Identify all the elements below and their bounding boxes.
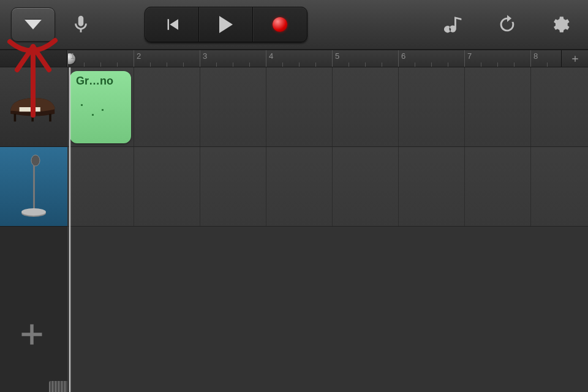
ruler-bar-number: 5 — [335, 51, 339, 61]
microphone-button[interactable] — [69, 12, 93, 37]
skip-back-icon — [163, 15, 181, 34]
record-icon — [273, 17, 287, 32]
ruler-bar: 7 — [464, 50, 465, 67]
track-lanes[interactable]: Gr…no — [67, 67, 588, 392]
instruments-button[interactable] — [442, 12, 467, 37]
ruler-body[interactable]: 12345678 — [67, 50, 561, 67]
tracks-area: Gr…no — [0, 67, 588, 392]
rewind-button[interactable] — [145, 7, 199, 42]
microphone-icon — [70, 14, 91, 35]
ruler-bar: 2 — [134, 50, 134, 67]
gear-icon — [549, 14, 570, 35]
svg-point-7 — [21, 208, 46, 216]
toolbar — [0, 0, 588, 50]
add-section-button[interactable] — [561, 50, 588, 67]
chevron-down-icon — [24, 20, 42, 29]
ruler-bar-number: 3 — [203, 51, 207, 61]
svg-point-4 — [31, 155, 40, 166]
play-button[interactable] — [199, 7, 253, 42]
ruler-bar-number: 4 — [269, 51, 273, 61]
play-icon — [219, 16, 233, 33]
track-header-piano[interactable] — [0, 67, 67, 147]
transport-controls — [145, 7, 307, 42]
lanes-empty-area — [67, 227, 588, 392]
record-button[interactable] — [253, 7, 307, 42]
ruler-bar: 6 — [398, 50, 399, 67]
track-header-vocals[interactable] — [0, 147, 67, 227]
ruler-bar: 8 — [530, 50, 531, 67]
ruler-bar: 5 — [332, 50, 333, 67]
ruler-bar: 1 — [67, 50, 68, 67]
track-lane-piano[interactable]: Gr…no — [67, 67, 588, 147]
menu-button[interactable] — [11, 7, 55, 42]
track-headers — [0, 67, 67, 392]
ruler-bar: 4 — [266, 50, 266, 67]
loop-button[interactable] — [495, 12, 519, 37]
ruler-bar-number: 8 — [533, 51, 538, 61]
ruler-bar-number: 7 — [467, 51, 472, 61]
svg-rect-2 — [31, 115, 34, 121]
music-note-icon — [444, 14, 465, 35]
ruler-bar-number: 1 — [70, 51, 75, 61]
region-label: Gr…no — [76, 75, 113, 87]
plus-icon — [18, 321, 45, 348]
toolbar-right — [442, 12, 577, 37]
svg-rect-3 — [20, 107, 40, 111]
svg-rect-5 — [33, 165, 35, 208]
add-track-button[interactable] — [17, 320, 47, 349]
mic-stand-icon — [18, 153, 49, 221]
settings-button[interactable] — [548, 12, 572, 37]
loop-icon — [497, 14, 518, 35]
midi-region[interactable]: Gr…no — [70, 71, 131, 143]
grand-piano-icon — [6, 89, 61, 126]
plus-icon — [570, 54, 580, 64]
ruler-spacer — [0, 50, 67, 67]
track-lane-vocals[interactable] — [67, 147, 588, 227]
track-headers-empty — [0, 227, 67, 392]
timeline-ruler[interactable]: 12345678 — [0, 50, 588, 67]
ruler-bar-number: 2 — [137, 51, 141, 61]
svg-rect-0 — [14, 113, 17, 121]
track-resize-handle[interactable] — [49, 381, 67, 392]
ruler-bar: 3 — [200, 50, 200, 67]
ruler-bar-number: 6 — [401, 51, 405, 61]
svg-rect-1 — [49, 113, 51, 121]
